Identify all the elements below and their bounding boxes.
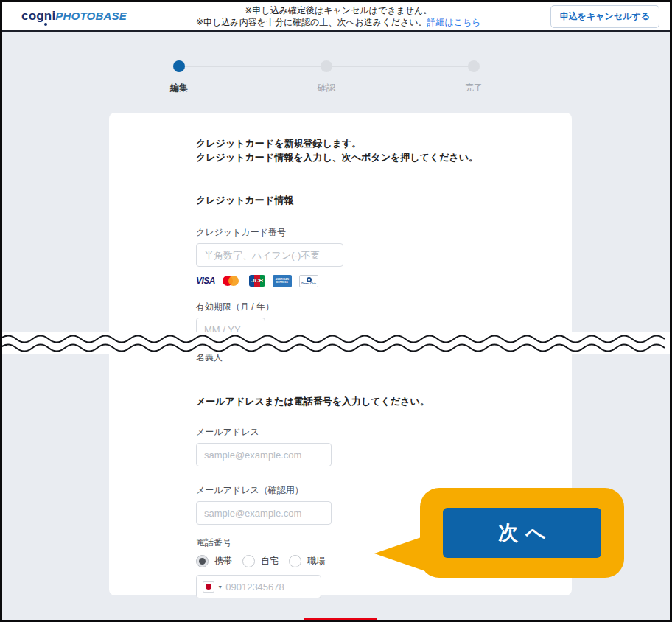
mastercard-icon (223, 275, 242, 287)
step-label: 完了 (444, 82, 503, 94)
notice-line-2: ※申し込み内容を十分に確認の上、次へお進みください。詳細はこちら (196, 16, 481, 28)
highlight-red-frame: 次へ (304, 618, 377, 622)
radio-work[interactable]: 職場 (289, 555, 325, 567)
radio-mobile[interactable]: 携帯 (196, 555, 232, 567)
header-notice: ※申し込み確定後はキャンセルはできません。 ※申し込み内容を十分に確認の上、次へ… (196, 4, 481, 28)
step-label: 確認 (297, 82, 356, 94)
japan-flag-icon[interactable] (203, 581, 214, 593)
card-info-section-title: クレジットカード情報 (196, 194, 572, 207)
diners-club-icon: Diners Club (299, 275, 318, 287)
contact-section-title: メールアドレスまたは電話番号を入力してください。 (196, 395, 572, 408)
callout-bubble: 次へ (420, 488, 624, 578)
amex-icon: AMERICAN EXPRESS (273, 275, 292, 287)
content-omitted-tear (0, 332, 672, 354)
radio-circle[interactable] (242, 555, 255, 567)
step-dot (321, 60, 332, 72)
header: cogni PHOTOBASE ※申し込み確定後はキャンセルはできません。 ※申… (2, 2, 670, 32)
intro-text: クレジットカードを新規登録します。 クレジットカード情報を入力し、次へボタンを押… (196, 136, 572, 164)
radio-circle-checked[interactable] (196, 555, 209, 567)
intro-line-2: クレジットカード情報を入力し、次へボタンを押してください。 (196, 150, 572, 164)
next-button-row: 次へ (109, 618, 572, 622)
logo-text-primary: cogni (21, 9, 55, 24)
email-input[interactable] (196, 443, 332, 466)
logo-dot (44, 23, 47, 26)
radio-home[interactable]: 自宅 (242, 555, 279, 567)
step-dot (468, 60, 480, 72)
next-button-magnified[interactable]: 次へ (443, 508, 601, 558)
phone-input-box[interactable]: ▼ (196, 575, 321, 598)
visa-icon: VISA (196, 276, 215, 286)
step-dot-active (173, 60, 185, 72)
expiry-label: 有効期限（月 / 年） (196, 301, 572, 313)
intro-line-1: クレジットカードを新規登録します。 (196, 136, 572, 150)
radio-circle[interactable] (289, 555, 301, 567)
chevron-down-icon[interactable]: ▼ (217, 584, 223, 590)
logo-text-secondary: PHOTOBASE (55, 10, 127, 22)
app-window: cogni PHOTOBASE ※申し込み確定後はキャンセルはできません。 ※申… (0, 0, 672, 622)
email-confirm-input[interactable] (196, 501, 332, 525)
card-brand-icons: VISA JCB AMERICAN EXPRESS Diners Club (196, 274, 572, 287)
details-link[interactable]: 詳細はこちら (427, 17, 480, 27)
step-label: 編集 (150, 82, 209, 94)
email-label: メールアドレス (196, 426, 572, 438)
card-number-input[interactable] (196, 243, 343, 267)
card-number-label: クレジットカード番号 (196, 226, 572, 239)
jcb-icon: JCB (249, 275, 265, 287)
logo: cogni PHOTOBASE (21, 9, 127, 24)
phone-number-input[interactable] (225, 581, 315, 593)
tear-spacer (196, 364, 572, 395)
notice-line-1: ※申し込み確定後はキャンセルはできません。 (196, 4, 481, 16)
cancel-application-button[interactable]: 申込をキャンセルする (550, 5, 659, 28)
